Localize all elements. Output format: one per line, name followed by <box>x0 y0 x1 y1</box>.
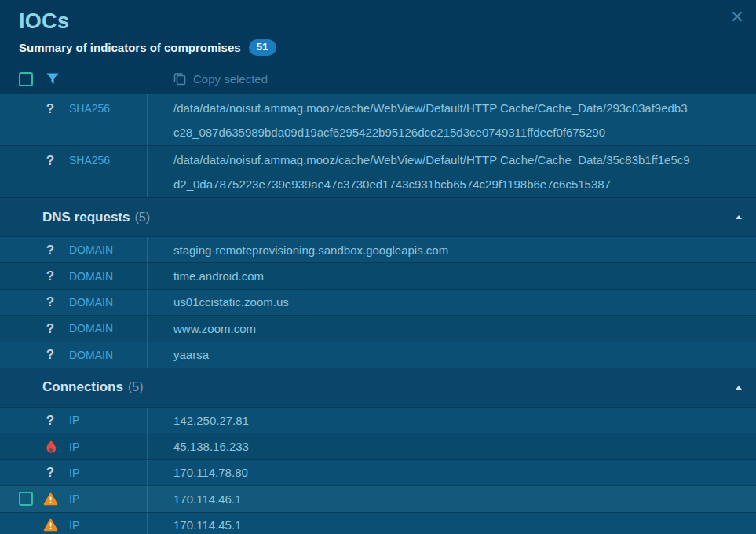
row-left-cell: ? DOMAIN <box>0 342 148 368</box>
collapse-button[interactable] <box>729 198 748 236</box>
row-status-icon-slot <box>42 440 58 454</box>
row-value: time.android.com <box>148 263 756 288</box>
row-type-label: IP <box>69 441 79 453</box>
row-left-cell: ? SHA256 <box>0 146 148 197</box>
row-checkbox[interactable] <box>19 492 33 506</box>
table-row[interactable]: ? SHA256 /data/data/noisuf.ammag.mooz/ca… <box>0 145 756 197</box>
row-left-cell: ? SHA256 <box>0 94 148 145</box>
row-type-label: DOMAIN <box>69 296 113 309</box>
row-left-cell: IP <box>0 486 148 511</box>
row-left-cell: IP <box>0 513 148 534</box>
question-icon: ? <box>46 154 54 167</box>
row-left-cell: IP <box>0 433 148 459</box>
table-row[interactable]: ? DOMAIN www.zoom.com <box>0 315 756 341</box>
row-status-icon-slot: ? <box>42 414 58 427</box>
section-header[interactable]: DNS requests (5) <box>0 197 756 236</box>
question-icon: ? <box>46 322 54 335</box>
row-status-icon-slot: ? <box>42 243 58 257</box>
table-row[interactable]: ? SHA256 /data/data/noisuf.ammag.mooz/ca… <box>0 93 756 145</box>
row-value: 170.114.45.1 <box>148 513 756 534</box>
question-icon: ? <box>46 269 54 283</box>
table-row[interactable]: ? IP 142.250.27.81 <box>0 407 756 433</box>
table-row[interactable]: IP 170.114.45.1 <box>0 512 756 534</box>
row-status-icon-slot: ? <box>42 154 58 167</box>
row-left-cell: ? IP <box>0 408 148 433</box>
question-icon: ? <box>46 348 54 361</box>
count-badge: 51 <box>249 39 276 56</box>
question-icon: ? <box>46 466 54 479</box>
section-count: (5) <box>128 380 144 394</box>
subtitle-row: Summary of indicators of compromises 51 <box>19 39 756 56</box>
table-row[interactable]: ? DOMAIN time.android.com <box>0 262 756 288</box>
row-value: /data/data/noisuf.ammag.mooz/cache/WebVi… <box>148 146 756 197</box>
row-value: staging-remoteprovisioning.sandbox.googl… <box>148 237 756 262</box>
collapse-button[interactable] <box>729 368 748 407</box>
select-all-checkbox[interactable] <box>19 72 33 86</box>
section-count: (5) <box>134 210 150 225</box>
row-type-label: DOMAIN <box>69 322 113 335</box>
row-value: 170.114.78.80 <box>148 460 756 485</box>
ioc-table: ? SHA256 /data/data/noisuf.ammag.mooz/ca… <box>0 93 756 534</box>
ioc-panel: IOCs Summary of indicators of compromise… <box>0 0 756 534</box>
row-status-icon-slot: ? <box>42 466 58 479</box>
question-icon: ? <box>46 295 54 309</box>
page-subtitle: Summary of indicators of compromises <box>19 41 241 54</box>
row-value: /data/data/noisuf.ammag.mooz/cache/WebVi… <box>148 94 756 145</box>
flame-icon <box>45 440 57 454</box>
row-type-label: IP <box>69 519 79 532</box>
row-type-label: SHA256 <box>69 154 110 166</box>
caret-up-icon <box>736 215 742 219</box>
copy-selected-button[interactable]: Copy selected <box>173 72 268 86</box>
row-value: 170.114.46.1 <box>148 486 756 511</box>
row-type-label: DOMAIN <box>69 270 113 283</box>
filter-funnel-icon <box>46 73 59 85</box>
row-type-label: IP <box>69 466 79 479</box>
question-icon: ? <box>46 102 54 115</box>
table-row[interactable]: ? IP 170.114.78.80 <box>0 459 756 485</box>
warning-icon <box>43 492 58 506</box>
row-value: yaarsa <box>148 342 756 368</box>
row-type-label: SHA256 <box>69 102 110 115</box>
close-button[interactable]: ✕ <box>725 5 750 30</box>
row-value: 142.250.27.81 <box>148 408 756 433</box>
table-row[interactable]: ? DOMAIN us01ccistatic.zoom.us <box>0 289 756 315</box>
caret-up-icon <box>736 386 742 390</box>
row-status-icon-slot: ? <box>42 295 58 309</box>
row-left-cell: ? DOMAIN <box>0 290 148 315</box>
row-status-icon-slot: ? <box>42 348 58 361</box>
row-left-cell: ? DOMAIN <box>0 237 148 262</box>
row-type-label: IP <box>69 414 79 426</box>
row-status-icon-slot <box>42 518 58 532</box>
table-row[interactable]: ? DOMAIN staging-remoteprovisioning.sand… <box>0 236 756 262</box>
close-icon: ✕ <box>730 7 744 27</box>
row-status-icon-slot: ? <box>42 269 58 283</box>
panel-header: IOCs Summary of indicators of compromise… <box>0 0 756 64</box>
filter-button[interactable] <box>46 73 59 85</box>
row-type-label: DOMAIN <box>69 243 113 256</box>
section-title: Connections <box>42 379 123 395</box>
row-left-cell: ? DOMAIN <box>0 316 148 341</box>
section-title: DNS requests <box>42 210 130 225</box>
row-value: 45.138.16.233 <box>148 433 756 459</box>
table-row[interactable]: IP 45.138.16.233 <box>0 433 756 459</box>
row-value: us01ccistatic.zoom.us <box>148 290 756 315</box>
row-type-label: IP <box>69 492 79 505</box>
page-title: IOCs <box>19 9 756 34</box>
table-row[interactable]: ? DOMAIN yaarsa <box>0 342 756 368</box>
row-status-icon-slot: ? <box>42 102 58 115</box>
row-type-label: DOMAIN <box>69 349 113 361</box>
warning-icon <box>43 518 58 532</box>
question-icon: ? <box>46 243 54 257</box>
copy-selected-label: Copy selected <box>193 72 268 86</box>
toolbar: Copy selected <box>0 64 756 93</box>
question-icon: ? <box>46 414 54 427</box>
row-left-cell: ? DOMAIN <box>0 263 148 288</box>
row-value: www.zoom.com <box>148 316 756 341</box>
row-left-cell: ? IP <box>0 460 148 485</box>
section-header[interactable]: Connections (5) <box>0 368 756 407</box>
row-status-icon-slot: ? <box>42 322 58 335</box>
copy-icon <box>173 72 186 86</box>
row-status-icon-slot <box>42 492 58 506</box>
table-row[interactable]: IP 170.114.46.1 <box>0 485 756 511</box>
